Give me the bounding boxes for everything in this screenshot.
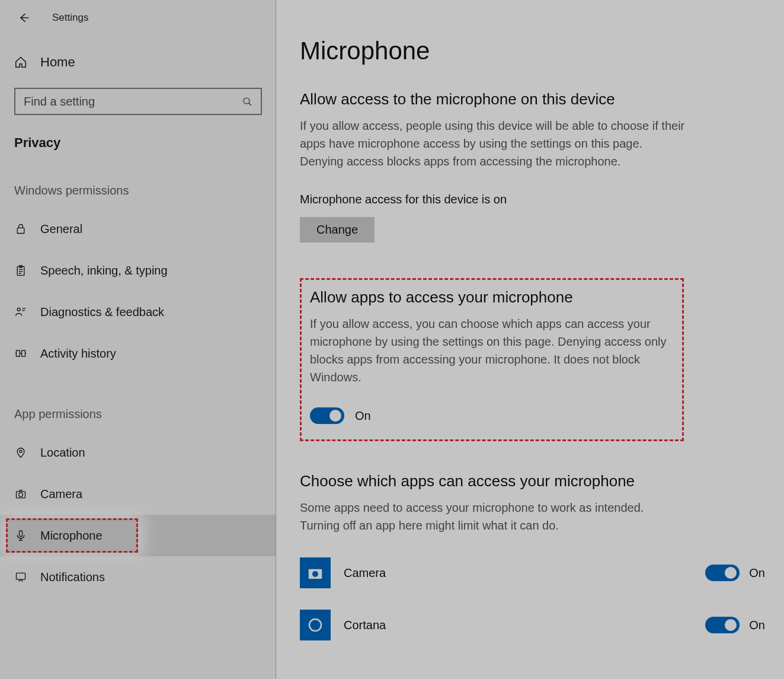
svg-point-0 [244,98,249,104]
svg-point-9 [19,493,23,497]
location-icon [14,447,27,458]
svg-rect-5 [17,350,20,356]
sidebar-item-label: Camera [40,487,82,501]
sidebar-item-label: Speech, inking, & typing [40,264,168,278]
app-name: Cortana [344,619,692,632]
section-desc-allow-apps: If you allow access, you can choose whic… [310,315,671,386]
lock-icon [14,223,27,235]
sidebar-item-location[interactable]: Location [0,432,276,473]
nav-group-app-permissions: App permissions [0,407,276,421]
allow-apps-toggle-label: On [355,409,371,423]
app-toggle-label: On [749,566,765,580]
sidebar-item-label: Diagnostics & feedback [40,305,164,319]
home-label: Home [40,55,75,70]
section-heading-choose-apps: Choose which apps can access your microp… [300,472,765,490]
sidebar-item-camera[interactable]: Camera [0,473,276,515]
microphone-icon [14,530,27,541]
sidebar-item-general[interactable]: General [0,208,276,250]
page-title: Microphone [300,37,765,65]
sidebar-item-activity[interactable]: Activity history [0,333,276,374]
app-name: Camera [344,566,692,580]
category-title: Privacy [0,135,276,151]
svg-rect-6 [22,350,25,356]
change-button[interactable]: Change [300,217,375,243]
app-row-camera: Camera On [300,552,765,594]
notification-icon [14,571,27,583]
sidebar-item-diagnostics[interactable]: Diagnostics & feedback [0,291,276,333]
svg-point-13 [312,571,318,577]
svg-point-14 [309,619,321,631]
camera-app-tile-icon [300,557,331,588]
app-toggle-label: On [749,619,765,632]
home-nav[interactable]: Home [0,55,276,70]
clipboard-icon [14,264,27,276]
section-heading-device-access: Allow access to the microphone on this d… [300,90,765,109]
svg-rect-11 [17,573,25,579]
nav-group-windows-permissions: Windows permissions [0,184,276,197]
main-content: Microphone Allow access to the microphon… [276,0,784,679]
app-title: Settings [52,12,88,24]
feedback-icon [14,306,27,318]
sidebar-item-label: General [40,222,82,236]
search-input-container[interactable] [14,88,262,115]
sidebar-item-label: Microphone [40,529,103,543]
timeline-icon [14,348,27,359]
device-access-status: Microphone access for this device is on [300,193,765,206]
app-toggle-cortana[interactable] [705,617,740,633]
sidebar-item-label: Activity history [40,347,116,361]
sidebar-item-label: Location [40,446,85,460]
camera-icon [14,488,27,500]
cortana-app-tile-icon [300,610,331,640]
search-input[interactable] [24,95,242,109]
svg-point-7 [20,450,22,452]
back-button[interactable] [13,9,34,26]
section-desc-device-access: If you allow access, people using this d… [300,117,685,170]
svg-rect-10 [20,531,23,537]
sidebar-item-speech[interactable]: Speech, inking, & typing [0,250,276,291]
app-toggle-camera[interactable] [705,565,740,581]
search-icon [242,97,252,107]
sidebar: Settings Home Privacy Windows permission… [0,0,276,679]
allow-apps-toggle[interactable] [310,407,344,424]
svg-rect-1 [17,228,24,233]
sidebar-item-microphone[interactable]: Microphone [0,515,276,556]
sidebar-item-label: Notifications [40,570,105,584]
app-row-cortana: Cortana On [300,604,765,646]
sidebar-item-notifications[interactable]: Notifications [0,556,276,598]
highlight-allow-apps: Allow apps to access your microphone If … [300,278,684,441]
svg-point-4 [17,308,20,311]
section-heading-allow-apps: Allow apps to access your microphone [310,288,671,307]
home-icon [14,56,27,69]
section-desc-choose-apps: Some apps need to access your microphone… [300,499,685,534]
